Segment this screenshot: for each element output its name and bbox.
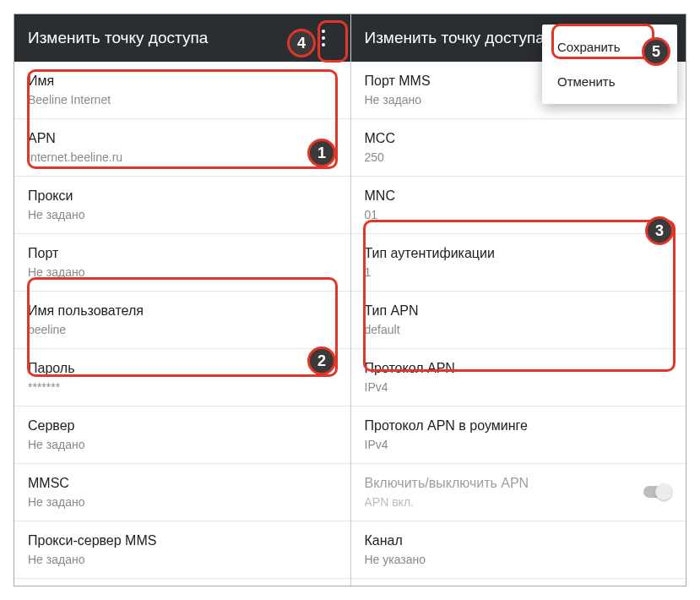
row-server[interactable]: Сервер Не задано xyxy=(14,406,350,464)
row-channel[interactable]: Канал Не указано xyxy=(351,521,686,579)
row-apn-roaming-protocol[interactable]: Протокол APN в роуминге IPv4 xyxy=(351,406,686,464)
row-apn-type[interactable]: Тип APN default xyxy=(351,292,686,349)
settings-list-right: Порт MMS Не задано MCC 250 MNC 01 Тип ау… xyxy=(351,62,686,586)
right-screen: Изменить точку доступа Сохранить Отменит… xyxy=(350,14,686,586)
callout-2-badge: 2 xyxy=(307,346,336,375)
row-apn-enable: Включить/выключить APN APN вкл. xyxy=(351,464,686,521)
row-username[interactable]: Имя пользователя beeline xyxy=(14,292,350,349)
left-screen: Изменить точку доступа Имя Beeline Inter… xyxy=(14,14,350,586)
row-apn-protocol[interactable]: Протокол APN IPv4 xyxy=(351,349,686,406)
row-mms-port[interactable]: Порт MMS Не задано xyxy=(14,579,350,586)
settings-list-left: Имя Beeline Internet APN internet.beelin… xyxy=(14,62,350,586)
callout-4-badge: 4 xyxy=(287,29,316,57)
callout-3-badge: 3 xyxy=(645,216,674,245)
callout-5-badge: 5 xyxy=(642,37,670,66)
row-proxy[interactable]: Прокси Не задано xyxy=(14,177,350,234)
row-auth-type[interactable]: Тип аутентификации 1 xyxy=(351,234,686,292)
row-mmsc[interactable]: MMSC Не задано xyxy=(14,464,350,521)
row-mnc[interactable]: MNC 01 xyxy=(351,177,686,234)
row-mvno-type[interactable]: Тип MVNO Нет xyxy=(351,579,686,586)
menu-cancel[interactable]: Отменить xyxy=(542,64,677,99)
appbar-title: Изменить точку доступа xyxy=(28,29,310,47)
row-apn[interactable]: APN internet.beeline.ru xyxy=(14,119,350,177)
more-vert-icon xyxy=(322,28,325,48)
row-port[interactable]: Порт Не задано xyxy=(14,234,350,292)
row-mms-proxy[interactable]: Прокси-сервер MMS Не задано xyxy=(14,521,350,579)
callout-1-badge: 1 xyxy=(307,139,336,167)
row-password[interactable]: Пароль ******* xyxy=(14,349,350,406)
row-name[interactable]: Имя Beeline Internet xyxy=(14,62,350,119)
row-mcc[interactable]: MCC 250 xyxy=(351,119,686,177)
apn-enable-switch xyxy=(643,486,672,498)
